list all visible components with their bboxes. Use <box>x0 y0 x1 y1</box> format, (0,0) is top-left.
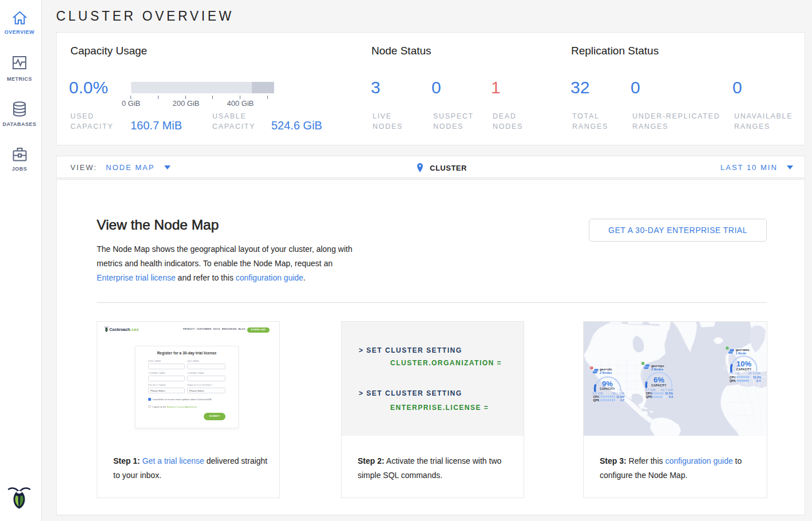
svg-text:3.7 GiB: 3.7 GiB <box>645 388 656 392</box>
svg-text:0.0: 0.0 <box>669 395 673 398</box>
svg-text:9%: 9% <box>602 380 613 388</box>
svg-text:QPS: QPS <box>646 395 652 398</box>
svg-text:CAPACITY: CAPACITY <box>651 384 667 387</box>
svg-text:43.7 GiB: 43.7 GiB <box>661 388 674 392</box>
svg-text:4.7: 4.7 <box>620 398 624 402</box>
svg-text:3.6 GiB: 3.6 GiB <box>729 372 740 375</box>
svg-text:53.3%: 53.3% <box>753 376 762 379</box>
svg-text:0.4: 0.4 <box>756 379 760 382</box>
svg-text:geo=ams: geo=ams <box>736 348 750 352</box>
svg-text:34.4 GiB: 34.4 GiB <box>748 372 761 375</box>
svg-text:CPU: CPU <box>730 376 736 379</box>
svg-text:2 Nodes: 2 Nodes <box>600 371 612 374</box>
svg-text:1 Node: 1 Node <box>736 352 746 355</box>
svg-text:CAPACITY: CAPACITY <box>736 368 752 371</box>
svg-text:QPS: QPS <box>730 379 736 382</box>
svg-text:11.0%: 11.0% <box>616 395 624 398</box>
svg-text:6%: 6% <box>653 376 664 384</box>
svg-text:42.5%: 42.5% <box>665 392 674 395</box>
svg-text:CPU: CPU <box>646 392 652 395</box>
svg-text:CPU: CPU <box>593 395 600 398</box>
svg-text:CAPACITY: CAPACITY <box>600 388 615 390</box>
svg-text:QPS: QPS <box>593 398 600 402</box>
svg-text:10%: 10% <box>736 360 751 368</box>
svg-text:2 Nodes: 2 Nodes <box>651 368 663 371</box>
